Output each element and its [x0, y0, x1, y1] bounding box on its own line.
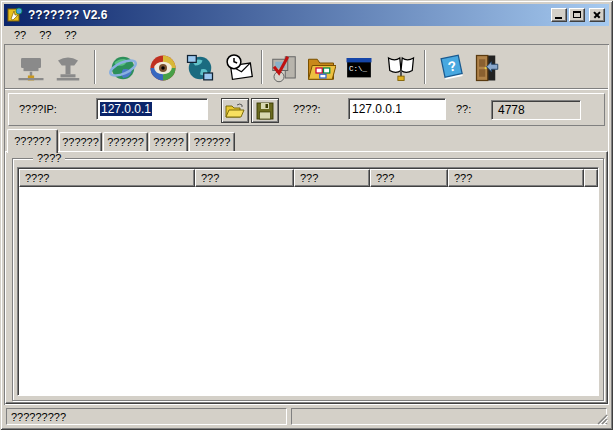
save-button[interactable] — [251, 98, 279, 123]
eye-icon — [148, 53, 178, 83]
mail-schedule-button[interactable] — [222, 49, 256, 86]
open-book-icon — [386, 53, 416, 83]
view-eye-button[interactable] — [146, 49, 180, 86]
column-header-filler — [584, 169, 598, 187]
minimize-icon — [555, 17, 562, 19]
port-label: ??: — [456, 103, 471, 115]
tab-page: ???? ???? ??? ??? ??? ??? — [5, 151, 608, 404]
ip-label: ????IP: — [19, 103, 57, 115]
menu-bar: ?? ?? ?? — [4, 26, 609, 44]
browser-globe-icon — [108, 53, 138, 83]
open-button[interactable] — [221, 98, 249, 123]
book-network-button[interactable] — [384, 49, 418, 86]
resize-grip-icon[interactable] — [595, 412, 608, 425]
port-field: 4778 — [491, 100, 581, 120]
browser-button[interactable] — [106, 49, 140, 86]
toolbar-separator — [94, 50, 96, 84]
help-button[interactable]: ? — [435, 49, 469, 86]
disconnect-button[interactable] — [51, 49, 85, 86]
programs-folder-button[interactable] — [304, 49, 338, 86]
close-button[interactable] — [589, 8, 605, 22]
title-bar[interactable]: ??????? V2.6 — [4, 4, 609, 26]
second-input[interactable] — [348, 98, 446, 120]
ip-input[interactable]: 127.0.0.1 — [96, 98, 208, 120]
list-view[interactable]: ???? ??? ??? ??? ??? — [17, 167, 599, 396]
tab-2[interactable]: ?????? — [59, 132, 102, 152]
tab-3[interactable]: ?????? — [103, 132, 148, 152]
connect-button[interactable] — [14, 49, 48, 86]
help-book-icon: ? — [437, 53, 467, 83]
connection-panel: ????IP: 127.0.0.1 ????: ??: — [8, 93, 605, 126]
column-header-5[interactable]: ??? — [448, 169, 584, 187]
group-box-caption: ???? — [33, 152, 65, 164]
folder-programs-icon — [306, 53, 336, 83]
column-header-3[interactable]: ??? — [294, 169, 370, 187]
tab-1[interactable]: ?????? — [7, 129, 58, 153]
computer-check-icon — [269, 53, 299, 83]
client-area: C:\_ ? — [4, 44, 609, 405]
envelope-clock-icon — [224, 53, 254, 83]
globe-computers-icon — [185, 53, 215, 83]
toolbar: C:\_ ? — [5, 45, 608, 89]
app-icon — [7, 7, 23, 23]
command-prompt-button[interactable]: C:\_ — [342, 49, 376, 86]
system-check-button[interactable] — [267, 49, 301, 86]
exit-door-icon — [469, 53, 499, 83]
open-folder-icon — [225, 102, 245, 120]
column-header-4[interactable]: ??? — [370, 169, 448, 187]
network-disconnect-icon — [53, 53, 83, 83]
status-panel-right — [291, 408, 607, 425]
group-box: ???? ???? ??? ??? ??? ??? — [12, 158, 604, 401]
toolbar-separator — [261, 50, 263, 84]
exit-button[interactable] — [467, 49, 501, 86]
tab-4[interactable]: ????? — [149, 132, 188, 152]
maximize-button[interactable] — [569, 8, 585, 22]
app-window: ??????? V2.6 ?? ?? ?? — [0, 0, 613, 430]
menu-item-1[interactable]: ?? — [8, 28, 32, 42]
toolbar-separator — [424, 50, 426, 84]
column-header-1[interactable]: ???? — [19, 169, 195, 187]
cmd-icon-text: C:\_ — [349, 64, 368, 72]
status-bar: ????????? — [4, 407, 609, 426]
command-prompt-icon: C:\_ — [344, 53, 374, 83]
minimize-button[interactable] — [551, 8, 567, 22]
list-body[interactable] — [19, 187, 597, 394]
column-header-2[interactable]: ??? — [195, 169, 294, 187]
second-label: ????: — [293, 103, 321, 115]
network-connect-icon — [16, 53, 46, 83]
remote-network-button[interactable] — [183, 49, 217, 86]
menu-item-2[interactable]: ?? — [33, 28, 57, 42]
window-title: ??????? V2.6 — [28, 8, 107, 22]
status-panel-left: ????????? — [6, 408, 287, 425]
list-header: ???? ??? ??? ??? ??? — [19, 169, 598, 187]
menu-item-3[interactable]: ?? — [59, 28, 83, 42]
maximize-icon — [573, 11, 581, 18]
ip-input-selected-text: 127.0.0.1 — [100, 102, 152, 116]
tab-5[interactable]: ?????? — [189, 132, 235, 152]
save-floppy-icon — [255, 102, 275, 120]
